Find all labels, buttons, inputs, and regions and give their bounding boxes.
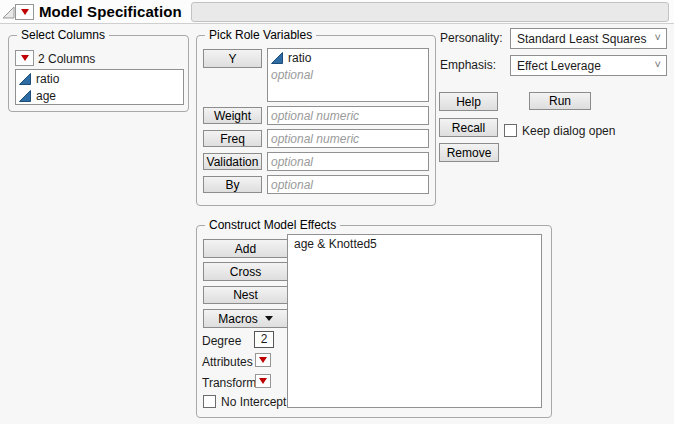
page-title: Model Specification [39, 3, 182, 20]
transform-red-triangle-menu[interactable] [255, 374, 271, 388]
construct-model-effects-legend: Construct Model Effects [205, 218, 340, 232]
run-button[interactable]: Run [529, 92, 591, 110]
columns-red-triangle-menu[interactable] [15, 50, 34, 66]
header-spacer-panel [191, 2, 669, 22]
weight-role-button[interactable]: Weight [203, 107, 262, 124]
nest-button[interactable]: Nest [203, 286, 288, 304]
columns-listbox[interactable]: ratio age [15, 69, 184, 105]
model-effects-listbox[interactable]: age & Knotted5 [287, 234, 542, 408]
red-triangle-icon [259, 378, 267, 384]
optional-placeholder: optional numeric [268, 107, 428, 124]
list-item[interactable]: ratio [16, 70, 183, 87]
y-role-button[interactable]: Y [203, 49, 262, 68]
degree-value: 2 [255, 332, 273, 347]
model-spec-red-triangle-menu[interactable] [15, 4, 34, 20]
transform-label: Transform [202, 376, 256, 390]
outline-header: Model Specification [0, 0, 674, 24]
optional-placeholder: optional [268, 176, 428, 193]
disclosure-triangle-icon[interactable] [2, 6, 15, 19]
pick-role-variables-legend: Pick Role Variables [205, 28, 316, 42]
continuous-variable-icon [19, 73, 31, 85]
chevron-down-icon: ˅ [655, 31, 661, 43]
remove-button[interactable]: Remove [439, 143, 499, 162]
emphasis-label: Emphasis: [440, 58, 496, 72]
keep-dialog-open-checkbox[interactable] [504, 124, 517, 137]
columns-count-label: 2 Columns [38, 52, 95, 66]
effect-item[interactable]: age & Knotted5 [288, 235, 541, 252]
validation-role-button[interactable]: Validation [203, 153, 262, 170]
emphasis-value: Effect Leverage [517, 59, 601, 73]
weight-role-listbox[interactable]: optional numeric [267, 106, 429, 125]
help-button[interactable]: Help [439, 92, 498, 111]
no-intercept-label: No Intercept [221, 395, 286, 409]
construct-model-effects-group: Construct Model Effects Add Cross Nest M… [196, 225, 552, 418]
add-button[interactable]: Add [203, 239, 288, 258]
personality-value: Standard Least Squares [517, 32, 646, 46]
red-triangle-icon [259, 357, 267, 363]
personality-dropdown[interactable]: Standard Least Squares ˅ [510, 28, 667, 49]
freq-role-button[interactable]: Freq [203, 130, 262, 147]
attributes-label: Attributes [202, 355, 253, 369]
select-columns-group: Select Columns 2 Columns ratio age [8, 35, 189, 112]
list-item[interactable]: ratio [268, 49, 428, 66]
continuous-variable-icon [19, 90, 31, 102]
continuous-variable-icon [271, 52, 283, 64]
validation-role-listbox[interactable]: optional [267, 152, 429, 171]
column-name: age [36, 89, 56, 103]
pick-role-variables-group: Pick Role Variables Y ratio optional Wei… [196, 35, 436, 206]
keep-dialog-open-label: Keep dialog open [522, 124, 615, 138]
list-item[interactable]: age [16, 87, 183, 104]
optional-placeholder: optional [268, 153, 428, 170]
emphasis-dropdown[interactable]: Effect Leverage ˅ [510, 55, 667, 76]
no-intercept-checkbox[interactable] [203, 395, 216, 408]
red-triangle-icon [21, 55, 29, 61]
y-role-listbox[interactable]: ratio optional [267, 48, 429, 102]
freq-role-listbox[interactable]: optional numeric [267, 129, 429, 148]
red-triangle-icon [21, 9, 29, 15]
degree-input[interactable]: 2 [254, 331, 274, 348]
cross-button[interactable]: Cross [203, 262, 288, 281]
role-variable-name: ratio [288, 51, 311, 65]
select-columns-legend: Select Columns [17, 28, 109, 42]
recall-button[interactable]: Recall [439, 118, 498, 137]
personality-label: Personality: [440, 31, 503, 45]
optional-placeholder: optional [268, 66, 428, 83]
macros-label: Macros [218, 312, 257, 326]
optional-placeholder: optional numeric [268, 130, 428, 147]
by-role-listbox[interactable]: optional [267, 175, 429, 194]
degree-label: Degree [202, 334, 241, 348]
attributes-red-triangle-menu[interactable] [255, 353, 271, 367]
macros-button[interactable]: Macros [203, 309, 288, 328]
by-role-button[interactable]: By [203, 176, 262, 193]
macros-dropdown-icon [265, 316, 273, 321]
chevron-down-icon: ˅ [655, 58, 661, 70]
column-name: ratio [36, 72, 59, 86]
